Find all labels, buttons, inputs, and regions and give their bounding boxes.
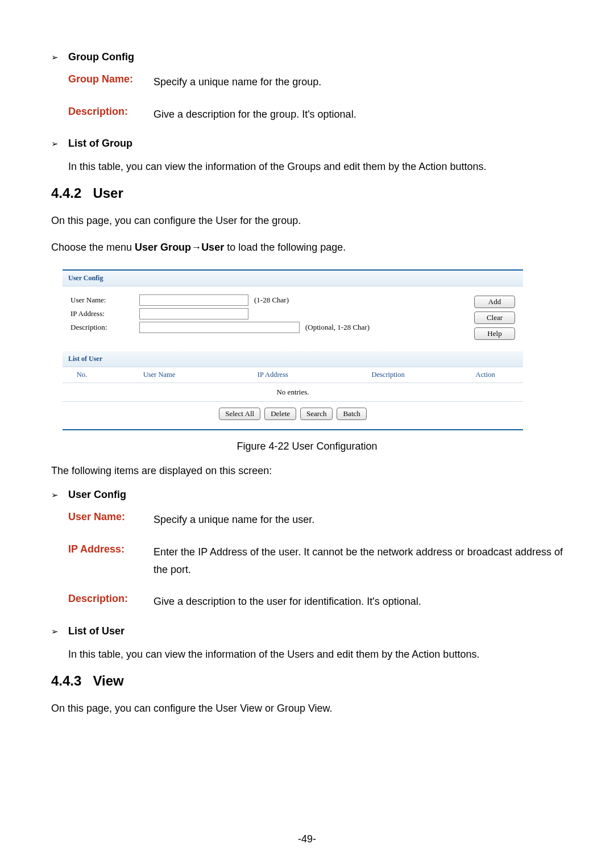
menu-bold-2: User xyxy=(201,242,224,253)
def-value-user-name: Specify a unique name for the user. xyxy=(154,511,314,529)
label-user-name: User Name: xyxy=(70,296,139,305)
bullet-title: List of Group xyxy=(68,138,132,149)
menu-arrow: → xyxy=(191,242,201,253)
def-value-group-desc: Give a description for the group. It's o… xyxy=(154,106,356,123)
col-no: No. xyxy=(63,367,101,383)
list-of-group-para: In this table, you can view the informat… xyxy=(68,159,563,175)
label-ip-address: IP Address: xyxy=(70,309,139,318)
def-label-description: Description: xyxy=(68,593,154,610)
section-heading-view: 4.4.3View xyxy=(51,673,563,689)
chevron-right-icon: ➢ xyxy=(51,490,68,500)
col-description: Description xyxy=(329,367,447,383)
delete-button[interactable]: Delete xyxy=(264,408,296,420)
bullet-list-of-group: ➢ List of Group xyxy=(51,138,563,149)
user-table: No. User Name IP Address Description Act… xyxy=(63,367,523,402)
def-label-group-name: Group Name: xyxy=(68,73,154,91)
section-title: User xyxy=(93,185,123,201)
bullet-group-config: ➢ Group Config xyxy=(51,51,563,63)
bullet-list-of-user: ➢ List of User xyxy=(51,625,563,637)
menu-path-para: Choose the menu User Group→User to load … xyxy=(51,239,563,256)
user-config-form: User Name: (1-28 Char) IP Address: Descr… xyxy=(63,286,523,351)
menu-prefix: Choose the menu xyxy=(51,242,135,253)
chevron-right-icon: ➢ xyxy=(51,52,68,63)
input-ip-address[interactable] xyxy=(139,308,248,319)
bullet-title: User Config xyxy=(68,489,126,501)
batch-button[interactable]: Batch xyxy=(337,408,366,420)
section-number: 4.4.3 xyxy=(51,673,81,688)
no-entries-text: No entries. xyxy=(63,383,523,401)
search-button[interactable]: Search xyxy=(300,408,333,420)
table-action-bar: Select All Delete Search Batch xyxy=(63,402,523,429)
panel-header-user-config: User Config xyxy=(63,271,523,286)
bullet-title: List of User xyxy=(68,625,125,637)
view-intro-para: On this page, you can configure the User… xyxy=(51,700,563,717)
section-title: View xyxy=(93,673,123,688)
select-all-button[interactable]: Select All xyxy=(219,408,260,420)
group-config-defs: Group Name: Specify a unique name for th… xyxy=(68,73,563,123)
figure-caption: Figure 4-22 User Configuration xyxy=(51,441,563,452)
def-label-ip-address: IP Address: xyxy=(68,543,154,578)
hint-description: (Optional, 1-28 Char) xyxy=(305,323,370,332)
def-label-user-name: User Name: xyxy=(68,511,154,529)
col-ip-address: IP Address xyxy=(217,367,329,383)
def-label-group-desc: Description: xyxy=(68,106,154,123)
add-button[interactable]: Add xyxy=(474,296,515,308)
table-row-empty: No entries. xyxy=(63,383,523,401)
hint-user-name: (1-28 Char) xyxy=(254,296,289,305)
menu-suffix: to load the following page. xyxy=(224,242,346,253)
menu-bold-1: User Group xyxy=(135,242,191,253)
help-button[interactable]: Help xyxy=(474,327,515,340)
def-value-description: Give a description to the user for ident… xyxy=(154,593,421,610)
user-intro-para: On this page, you can configure the User… xyxy=(51,213,563,229)
page-number: -49- xyxy=(0,833,614,845)
input-user-name[interactable] xyxy=(139,294,248,306)
list-of-user-para: In this table, you can view the informat… xyxy=(68,646,563,663)
bullet-title: Group Config xyxy=(68,51,134,63)
section-heading-user: 4.4.2User xyxy=(51,185,563,201)
table-header-row: No. User Name IP Address Description Act… xyxy=(63,367,523,383)
section-number: 4.4.2 xyxy=(51,185,81,201)
col-action: Action xyxy=(447,367,523,383)
col-user-name: User Name xyxy=(101,367,217,383)
def-value-group-name: Specify a unique name for the group. xyxy=(154,73,321,91)
chevron-right-icon: ➢ xyxy=(51,626,68,637)
panel-header-list-of-user: List of User xyxy=(63,351,523,367)
items-displayed-para: The following items are displayed on thi… xyxy=(51,463,563,479)
def-value-ip-address: Enter the IP Address of the user. It can… xyxy=(154,543,563,578)
clear-button[interactable]: Clear xyxy=(474,312,515,324)
bullet-user-config: ➢ User Config xyxy=(51,489,563,501)
input-description[interactable] xyxy=(139,322,300,333)
user-config-defs: User Name: Specify a unique name for the… xyxy=(68,511,563,610)
chevron-right-icon: ➢ xyxy=(51,139,68,149)
user-config-ui: User Config User Name: (1-28 Char) IP Ad… xyxy=(63,269,523,430)
label-description: Description: xyxy=(70,323,139,332)
